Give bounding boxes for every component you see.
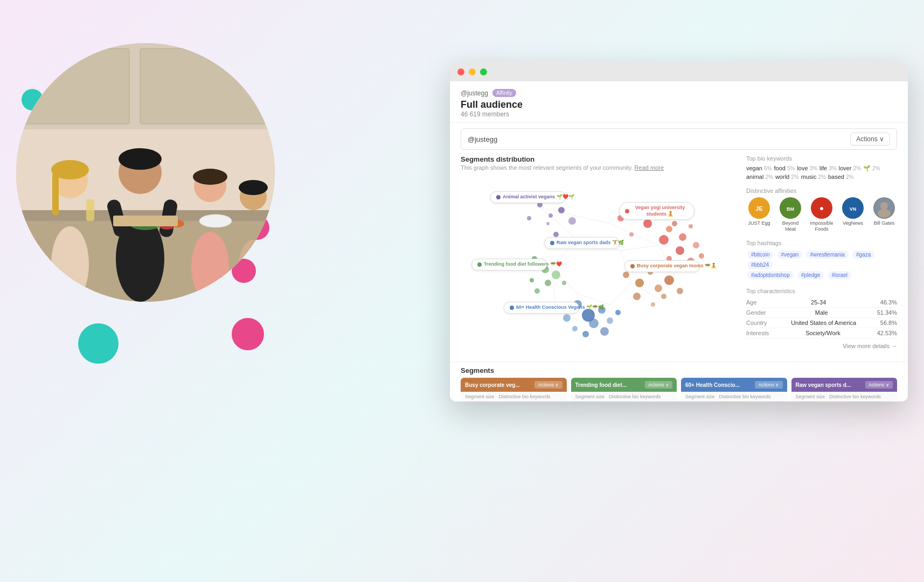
svg-point-78 <box>651 302 655 307</box>
app-header: @justegg Affinity Full audience 46 619 m… <box>450 81 908 123</box>
segment-node-60plus[interactable]: 60+ Health Conscious Vegans 🌱🥗🌿 <box>504 302 579 314</box>
close-button[interactable] <box>457 68 464 75</box>
browser-titlebar <box>450 62 908 81</box>
demographics-table: Age 25-34 46.3% Gender Male 51.34% Count… <box>746 297 897 338</box>
segment-col2-2: Distinctive bio keywords <box>609 394 661 399</box>
hashtag-pledge[interactable]: #pledge <box>797 271 824 279</box>
kw-leaf: 🌱 2% <box>863 165 880 172</box>
segment-col1-1: Segment size <box>465 394 495 399</box>
svg-point-15 <box>191 232 229 302</box>
affinities-section: Distinctive affinities JE JUST Egg <box>746 188 897 232</box>
svg-point-59 <box>693 242 699 248</box>
svg-point-77 <box>677 288 683 294</box>
hashtag-adoptdontshop[interactable]: #adoptdontshop <box>747 271 794 279</box>
segment-cards-container: Busy corporate veg... Actions ∨ Segment … <box>461 378 897 401</box>
svg-point-11 <box>51 226 89 302</box>
svg-point-45 <box>546 222 550 225</box>
segment-node-vegan-yogi[interactable]: Vegan yogi university students 🧘 <box>619 202 694 220</box>
svg-point-89 <box>582 331 589 337</box>
svg-point-57 <box>679 233 686 241</box>
hashtag-wrestlemania[interactable]: #wrestlemania <box>806 251 848 259</box>
segment-col2-1: Distinctive bio keywords <box>499 394 551 399</box>
demo-value-country: United States of America <box>791 320 856 326</box>
beyond-meat-label: Beyond Meat <box>777 220 803 232</box>
minimize-button[interactable] <box>469 68 476 75</box>
segment-body-1: Segment size Distinctive bio keywords <box>461 392 567 401</box>
search-handle-text: @justegg <box>468 135 497 143</box>
svg-point-17 <box>193 169 227 185</box>
hashtags-section: Top hashtags #bitcoin #vegan #wrestleman… <box>746 240 897 280</box>
segment-col1-4: Segment size <box>796 394 825 399</box>
segment-node-trending[interactable]: Trending food diet followers 🥗❤️ <box>471 259 547 271</box>
svg-line-36 <box>578 294 610 304</box>
svg-point-83 <box>589 318 599 328</box>
segment-card-trending: Trending food diet... Actions ∨ Segment … <box>571 378 677 401</box>
demographics-section: Top characteristics Age 25-34 46.3% Gend… <box>746 288 897 349</box>
segment-node-raw-vegan[interactable]: Raw vegan sports dads 🏋️🌿 <box>544 237 620 249</box>
segment-card-header-2: Trending food diet... Actions ∨ <box>571 378 677 392</box>
affinities-title: Distinctive affinities <box>746 188 897 194</box>
segment-node-busy-corporate[interactable]: Busy corporate vegan moms 🥗🧘 <box>624 260 700 272</box>
hashtag-bitcoin[interactable]: #bitcoin <box>747 251 773 259</box>
svg-point-75 <box>664 275 674 285</box>
view-more-details-link[interactable]: View more details → <box>746 343 897 349</box>
svg-point-46 <box>553 232 559 237</box>
segment-card-busy-corporate: Busy corporate veg... Actions ∨ Segment … <box>461 378 567 401</box>
hashtag-bbb24[interactable]: #bbb24 <box>747 261 773 269</box>
segment-actions-btn-3[interactable]: Actions ∨ <box>755 381 782 389</box>
segments-distribution-subtitle: This graph shows the most relevant segme… <box>461 164 738 171</box>
segment-card-header-1: Busy corporate veg... Actions ∨ <box>461 378 567 392</box>
segment-actions-btn-4[interactable]: Actions ∨ <box>865 381 893 389</box>
affinity-impossible: ● Impossible Foods <box>809 197 835 232</box>
svg-text:VN: VN <box>850 206 857 212</box>
bill-gates-label: Bill Gates <box>874 220 895 226</box>
demo-row-age: Age 25-34 46.3% <box>746 297 897 308</box>
affinity-icons: JE JUST Egg BM <box>746 197 897 232</box>
right-panel: Top bio keywords vegan 6% food 5% love 3… <box>746 155 897 356</box>
svg-point-44 <box>558 207 565 213</box>
segment-card-label-3: 60+ Health Conscio... <box>685 382 740 388</box>
kw-life: life 3% <box>819 165 837 172</box>
pink-circle-5 <box>232 318 264 350</box>
segment-actions-btn-2[interactable]: Actions ∨ <box>645 381 672 389</box>
actions-button[interactable]: Actions ∨ <box>850 133 890 146</box>
impossible-foods-icon: ● <box>811 197 832 219</box>
svg-point-85 <box>615 310 621 315</box>
svg-point-99 <box>880 202 888 210</box>
segment-node-animal-activist[interactable]: Animal activist vegans 🌱❤️🌱 <box>490 191 566 203</box>
svg-text:BM: BM <box>787 206 794 212</box>
affinity-bill-gates: Bill Gates <box>871 197 897 226</box>
browser-window: @justegg Affinity Full audience 46 619 m… <box>450 62 908 401</box>
audience-title: Full audience <box>461 99 897 110</box>
kw-based: based 2% <box>828 174 853 180</box>
hashtag-israel[interactable]: #israel <box>828 271 851 279</box>
svg-point-8 <box>119 148 162 170</box>
just-egg-label: JUST Egg <box>748 220 770 226</box>
svg-rect-24 <box>113 216 178 226</box>
just-egg-icon: JE <box>748 197 770 219</box>
hashtag-vegan[interactable]: #vegan <box>777 251 803 259</box>
svg-point-25 <box>199 214 232 227</box>
svg-line-37 <box>610 283 631 304</box>
main-content: Segments distribution This graph shows t… <box>450 155 908 362</box>
svg-point-53 <box>666 226 672 232</box>
svg-text:JE: JE <box>755 205 762 212</box>
hashtag-gaza[interactable]: #gaza <box>852 251 874 259</box>
top-keywords-title: Top bio keywords <box>746 155 897 162</box>
kw-animal: animal 2% <box>746 174 773 180</box>
read-more-link[interactable]: Read more <box>635 164 664 171</box>
network-graph: Animal activist vegans 🌱❤️🌱 Vegan yogi u… <box>461 175 738 348</box>
svg-point-47 <box>527 216 531 220</box>
svg-point-20 <box>239 180 268 195</box>
svg-rect-14 <box>52 172 59 216</box>
affinity-just-egg: JE JUST Egg <box>746 197 772 226</box>
svg-point-48 <box>568 217 576 225</box>
maximize-button[interactable] <box>480 68 487 75</box>
demographics-title: Top characteristics <box>746 288 897 294</box>
demo-value-interests: Society/Work <box>805 330 840 336</box>
svg-point-60 <box>676 246 684 255</box>
bill-gates-icon <box>873 197 895 219</box>
segment-body-2: Segment size Distinctive bio keywords <box>571 392 677 401</box>
svg-point-69 <box>552 271 560 279</box>
segment-actions-btn-1[interactable]: Actions ∨ <box>534 381 562 389</box>
